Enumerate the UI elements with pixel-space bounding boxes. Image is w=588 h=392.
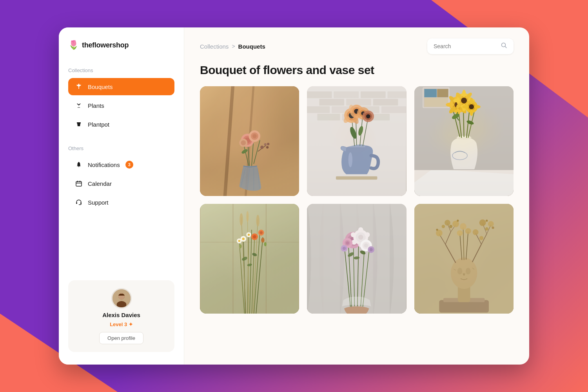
gallery	[184, 86, 529, 365]
svg-point-177	[365, 232, 370, 237]
svg-point-109	[461, 98, 467, 103]
svg-rect-45	[361, 91, 386, 98]
svg-point-101	[446, 103, 454, 107]
collections-nav: Bouquets Plants	[68, 78, 174, 133]
svg-point-157	[261, 238, 264, 243]
gallery-item-5[interactable]	[307, 204, 406, 314]
svg-rect-128	[200, 204, 299, 314]
svg-point-229	[479, 236, 483, 240]
svg-point-122	[470, 109, 473, 116]
svg-line-15	[505, 47, 507, 48]
sidebar-item-plantpot[interactable]: Plantpot	[68, 116, 174, 133]
svg-point-40	[266, 146, 269, 149]
svg-point-78	[366, 114, 370, 118]
svg-point-189	[343, 247, 346, 250]
sidebar-item-plants-label: Plants	[88, 102, 104, 109]
svg-point-152	[253, 235, 256, 238]
pot-icon	[74, 120, 83, 129]
svg-point-224	[465, 228, 471, 234]
svg-rect-53	[381, 106, 406, 113]
svg-point-159	[264, 242, 267, 247]
top-bar: Collections > Bouquets	[184, 27, 529, 60]
svg-rect-54	[318, 114, 340, 120]
svg-point-38	[260, 146, 263, 149]
svg-rect-84	[424, 89, 437, 97]
gallery-item-6[interactable]	[414, 204, 514, 314]
svg-point-12	[116, 301, 126, 308]
sidebar-item-notifications[interactable]: Notifications 3	[68, 156, 174, 173]
sidebar-item-calendar-label: Calendar	[88, 180, 112, 187]
svg-point-124	[474, 105, 481, 108]
svg-point-112	[453, 99, 461, 102]
gallery-item-4[interactable]	[200, 204, 299, 314]
sidebar-item-plantpot-label: Plantpot	[88, 121, 109, 128]
svg-point-148	[242, 238, 245, 240]
profile-name: Alexis Davies	[102, 312, 140, 318]
sidebar-item-calendar[interactable]: Calendar	[68, 175, 174, 192]
svg-point-144	[240, 213, 243, 226]
svg-rect-46	[388, 91, 406, 98]
avatar	[111, 288, 132, 309]
svg-point-110	[462, 90, 466, 97]
svg-point-220	[472, 229, 478, 235]
gallery-item-2[interactable]	[307, 86, 406, 196]
profile-card: Alexis Davies Level 3 ✦ Open profile	[68, 280, 174, 352]
svg-point-223	[457, 230, 463, 236]
svg-point-228	[485, 227, 488, 230]
search-box	[427, 38, 514, 54]
sidebar-item-bouquets[interactable]: Bouquets	[68, 78, 174, 95]
svg-rect-50	[307, 106, 330, 113]
svg-point-150	[248, 234, 250, 236]
others-nav: Notifications 3 Calendar	[68, 156, 174, 211]
logo-icon: 🌷	[68, 40, 79, 50]
breadcrumb-separator: >	[232, 43, 235, 49]
svg-rect-57	[336, 176, 377, 180]
sidebar-item-notifications-label: Notifications	[88, 162, 120, 168]
svg-point-233	[492, 227, 494, 229]
sidebar-item-support[interactable]: Support	[68, 194, 174, 211]
svg-point-176	[358, 227, 363, 232]
breadcrumb-collections[interactable]: Collections	[200, 43, 229, 50]
svg-rect-43	[307, 91, 332, 98]
svg-point-156	[238, 240, 240, 242]
svg-rect-85	[437, 89, 448, 97]
svg-point-158	[239, 244, 241, 249]
svg-point-187	[364, 243, 368, 248]
svg-rect-44	[334, 91, 359, 98]
svg-point-230	[436, 229, 438, 230]
svg-point-121	[470, 98, 473, 104]
svg-rect-7	[76, 202, 77, 204]
svg-point-221	[479, 220, 486, 226]
svg-rect-86	[424, 98, 448, 107]
svg-point-201	[466, 268, 471, 274]
open-profile-button[interactable]: Open profile	[99, 332, 143, 344]
logo-area: 🌷 theflowershop	[68, 40, 174, 50]
gallery-item-3[interactable]	[414, 86, 514, 196]
plant-icon	[74, 101, 83, 110]
svg-point-184	[346, 241, 349, 245]
svg-point-154	[260, 231, 263, 234]
svg-point-123	[462, 105, 469, 108]
svg-point-191	[370, 248, 373, 251]
logo-text: theflowershop	[82, 41, 129, 49]
svg-point-222	[488, 221, 494, 227]
svg-point-175	[358, 235, 363, 240]
sidebar-item-support-label: Support	[88, 199, 109, 206]
search-input[interactable]	[434, 43, 498, 49]
svg-point-145	[256, 215, 260, 227]
svg-point-29	[267, 143, 269, 145]
gallery-grid	[200, 86, 514, 314]
svg-rect-3	[76, 181, 82, 186]
profile-level: Level 3 ✦	[110, 321, 133, 327]
gallery-item-1[interactable]	[200, 86, 299, 196]
svg-point-35	[252, 134, 257, 138]
sidebar-item-plants[interactable]: Plants	[68, 97, 174, 114]
collections-section-label: Collections	[68, 67, 174, 73]
headset-icon	[74, 198, 83, 207]
notifications-badge: 3	[125, 161, 133, 169]
svg-point-199	[451, 258, 477, 289]
page-title: Bouquet of flowers and vase set	[184, 60, 529, 86]
svg-point-37	[241, 140, 246, 145]
svg-point-39	[264, 143, 267, 145]
svg-point-146	[246, 211, 249, 222]
